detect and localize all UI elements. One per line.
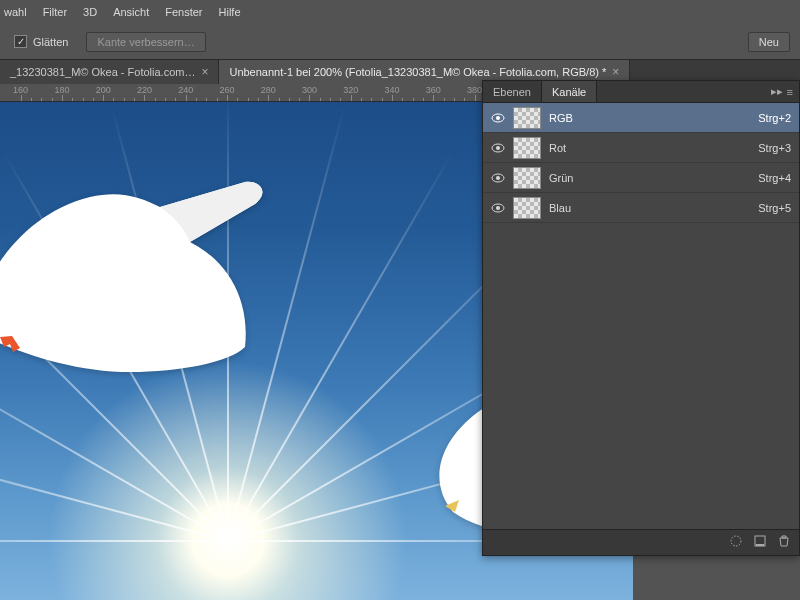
menubar: wahl Filter 3D Ansicht Fenster Hilfe [0,0,800,24]
ruler-number: 220 [137,85,152,95]
options-bar: ✓ Glätten Kante verbessern… Neu [0,24,800,60]
channel-row[interactable]: GrünStrg+4 [483,163,799,193]
ruler-number: 300 [302,85,317,95]
channel-name: Blau [549,202,750,214]
new-channel-icon[interactable] [753,534,767,551]
channel-thumbnail [513,197,541,219]
svg-point-3 [496,146,500,150]
ruler-number: 340 [384,85,399,95]
channel-shortcut: Strg+5 [758,202,791,214]
channel-name: Grün [549,172,750,184]
menu-item[interactable]: 3D [75,2,105,22]
channel-row[interactable]: RotStrg+3 [483,133,799,163]
tab-label: Unbenannt-1 bei 200% (Fotolia_13230381_M… [229,66,606,78]
panel-tab-layers[interactable]: Ebenen [483,81,542,102]
document-tab-inactive[interactable]: _13230381_M© Okea - Fotolia.com… × [0,60,219,84]
ruler-number: 280 [261,85,276,95]
panel-menu: ▸▸ ≡ [765,81,799,102]
close-icon[interactable]: × [201,65,208,79]
options-left: ✓ Glätten Kante verbessern… [8,32,206,52]
ruler-number: 320 [343,85,358,95]
panel-tab-channels[interactable]: Kanäle [542,81,597,102]
visibility-eye-icon[interactable] [491,141,505,155]
menu-item[interactable]: Filter [35,2,75,22]
channel-thumbnail [513,107,541,129]
menu-item[interactable]: wahl [4,2,35,22]
channel-shortcut: Strg+2 [758,112,791,124]
panel-footer [483,529,799,555]
visibility-eye-icon[interactable] [491,201,505,215]
channel-thumbnail [513,167,541,189]
sun-glow [228,540,229,541]
ruler-number: 360 [426,85,441,95]
close-icon[interactable]: × [612,65,619,79]
visibility-eye-icon[interactable] [491,171,505,185]
channel-shortcut: Strg+4 [758,172,791,184]
checkbox-icon: ✓ [14,35,27,48]
channels-panel: Ebenen Kanäle ▸▸ ≡ RGBStrg+2RotStrg+3Grü… [482,80,800,556]
channel-name: Rot [549,142,750,154]
save-selection-icon[interactable] [729,534,743,551]
panel-menu-icon[interactable]: ≡ [787,86,793,98]
ruler-number: 180 [54,85,69,95]
refine-edge-button[interactable]: Kante verbessern… [86,32,205,52]
menu-item[interactable]: Ansicht [105,2,157,22]
dove-image [0,172,280,402]
svg-rect-10 [756,544,764,546]
svg-point-7 [496,206,500,210]
delete-channel-icon[interactable] [777,534,791,551]
ruler-number: 380 [467,85,482,95]
ruler-number: 260 [219,85,234,95]
channel-list: RGBStrg+2RotStrg+3GrünStrg+4BlauStrg+5 [483,103,799,223]
smooth-checkbox-group[interactable]: ✓ Glätten [8,33,74,50]
channel-shortcut: Strg+3 [758,142,791,154]
smooth-label: Glätten [33,36,68,48]
channel-row[interactable]: RGBStrg+2 [483,103,799,133]
menu-item[interactable]: Hilfe [211,2,249,22]
tab-label: _13230381_M© Okea - Fotolia.com… [10,66,195,78]
svg-point-8 [731,536,741,546]
channel-thumbnail [513,137,541,159]
channel-name: RGB [549,112,750,124]
ruler-number: 160 [13,85,28,95]
ruler-number: 200 [96,85,111,95]
svg-point-1 [496,116,500,120]
channel-row[interactable]: BlauStrg+5 [483,193,799,223]
menu-item[interactable]: Fenster [157,2,210,22]
collapse-icon[interactable]: ▸▸ [771,85,783,98]
svg-point-5 [496,176,500,180]
panel-tabs: Ebenen Kanäle ▸▸ ≡ [483,81,799,103]
ruler-number: 240 [178,85,193,95]
new-button[interactable]: Neu [748,32,790,52]
visibility-eye-icon[interactable] [491,111,505,125]
panel-empty-area [483,223,799,529]
